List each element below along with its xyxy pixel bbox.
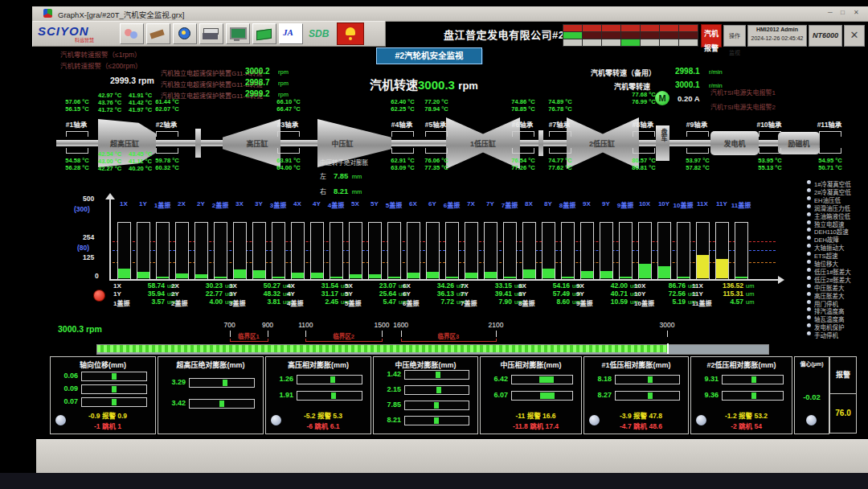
chart-bar-fill xyxy=(600,271,612,278)
chart-bar-outline xyxy=(503,222,517,280)
chart-bar-outline xyxy=(426,222,440,280)
chart-bar-fill xyxy=(157,277,169,279)
speed-tick-mark xyxy=(496,331,497,337)
panel-alarm-limits: -3.9 报警 47.8 xyxy=(600,410,682,420)
vib-table-value: 54.16 xyxy=(533,281,570,290)
critical-zone-line xyxy=(230,341,268,342)
bearing-temp-bottom: 77.26 °C xyxy=(505,164,542,171)
bearing-label: #3轴承 xyxy=(268,119,307,129)
panel-title: 轴向位移(mm) xyxy=(51,360,155,370)
panel-row-value: 0.06 xyxy=(52,372,78,380)
vib-table-value: 23.07 xyxy=(359,281,396,290)
chart-ytick: (300) xyxy=(74,205,90,213)
panel-row-value: 0.07 xyxy=(52,397,78,405)
vib-table-value: 5.47 xyxy=(359,298,396,306)
speed-tick-mark xyxy=(401,331,402,337)
panel-trip-limits: -1 跳机 1 xyxy=(67,421,149,430)
vib-table-unit: um xyxy=(746,290,754,298)
panel-alarm-limits: -0.9 报警 0.9 xyxy=(67,410,149,420)
bearing-temp-bottom: 77.35 °C xyxy=(418,164,455,171)
bearing-temp-top: 76.78 °C xyxy=(542,105,579,113)
chart-bar-fill xyxy=(234,269,246,278)
bearing-label: #10轴承 xyxy=(750,119,788,129)
panel-row-marker xyxy=(434,402,439,409)
chart-bar-fill xyxy=(350,274,362,278)
bearing-bracket-bottom xyxy=(633,148,655,154)
vib-table-value: 40.71 xyxy=(591,290,628,298)
vib-table-value: 7.90 xyxy=(475,298,512,306)
critical-zone-tick xyxy=(305,339,306,342)
alarm-indicator-lamp xyxy=(807,188,811,192)
critical-zone-label: 临界区2 xyxy=(328,331,360,340)
chart-bar-fill xyxy=(215,277,227,279)
panel-row-marker xyxy=(434,417,439,424)
speed-tick-label: 2100 xyxy=(485,321,507,329)
bearing-temp-bottom: 76.06 °C xyxy=(418,157,455,164)
vib-status-lamp xyxy=(93,290,105,302)
panel-trip-limits: -4.7 跳机 48.6 xyxy=(600,421,682,430)
panel-row-value: 1.42 xyxy=(375,370,401,378)
vib-table-value: 50.27 xyxy=(244,281,280,290)
g11-unit: rpm xyxy=(278,80,289,87)
chart-bar-fill xyxy=(407,273,420,278)
chart-bar-outline xyxy=(445,222,459,280)
bearing-bracket-top xyxy=(66,131,88,137)
chart-bar-fill xyxy=(427,272,439,278)
chart-bar-label: 11盖振 xyxy=(724,200,758,209)
expansion-panel: 中压绝对膨胀(mm)1.422.157.858.21 xyxy=(373,356,478,434)
chart-bar-outline xyxy=(214,222,227,280)
speed-tick-mark xyxy=(667,331,668,337)
bearing-temp-bottom: 64.00 °C xyxy=(270,164,307,171)
speed-tick-label: 3000 xyxy=(656,321,678,329)
bearing-bracket-bottom xyxy=(759,148,781,154)
bearing-temp-top: 77.20 °C xyxy=(418,98,455,105)
panel-row-marker xyxy=(751,376,756,383)
alarm-indicator-lamp xyxy=(807,292,811,296)
bearing-temp-bottom: 77.62 °C xyxy=(542,164,579,171)
chart-bar-outline xyxy=(407,222,420,280)
panel-trip-limits: -2 跳机 54 xyxy=(707,421,785,430)
alarm-indicator-lamp xyxy=(807,276,811,280)
speed-tick-label: 900 xyxy=(256,321,279,329)
panel-row-value: 3.42 xyxy=(160,399,186,407)
speed-tick-mark xyxy=(268,331,268,337)
chart-bar-fill xyxy=(292,273,304,278)
bearing-temp-bottom: 60.32 °C xyxy=(149,164,186,171)
bearing-temp-bottom: 53.97 °C xyxy=(679,157,716,164)
panel-row-marker xyxy=(219,401,224,407)
bearing-bracket-top xyxy=(633,131,655,137)
alarm-indicator-lamp xyxy=(807,260,811,264)
bearing-temp-top: 62.07 °C xyxy=(149,105,186,113)
bearing-temp-top: 78.94 °C xyxy=(418,105,455,113)
chart-ytick: (80) xyxy=(77,244,89,252)
bearing-temp-bottom: 63.91 °C xyxy=(270,157,307,164)
alarm-indicator-lamp xyxy=(807,196,811,200)
vhp-temp-bottom: 40.20 °C xyxy=(129,165,152,172)
panel-row-value: 8.18 xyxy=(586,375,612,383)
vib-table-value: 31.17 xyxy=(301,290,338,298)
g11-unit: rpm xyxy=(278,68,289,76)
bearing-temp-top: 62.25 °C xyxy=(384,105,421,113)
chart-bar-fill xyxy=(137,272,149,278)
bearing-label: #9轴承 xyxy=(678,119,716,129)
panel-row-value: 1.91 xyxy=(268,391,293,399)
os-taskbar[interactable] xyxy=(0,473,868,489)
panel-status-lamp xyxy=(806,415,817,425)
chart-bar-fill xyxy=(735,277,747,279)
panel-title: #2低压相对膨胀(mm) xyxy=(691,360,792,370)
panel-status-lamp xyxy=(589,415,600,425)
bearing-bracket-top xyxy=(277,131,300,137)
bearing-temp-top: 61.44 °C xyxy=(149,98,186,105)
panel-row-bar xyxy=(297,391,362,401)
bearing-label: #2轴承 xyxy=(147,119,186,129)
eccentricity-alarm-label: 报警 xyxy=(829,356,857,394)
bearing-label: #1轴承 xyxy=(57,119,96,129)
chart-bar-fill xyxy=(311,273,323,278)
bearing-bracket-top xyxy=(819,131,841,137)
panel-title: 中压相对膨胀(mm) xyxy=(481,360,581,370)
critical-zone-tick xyxy=(382,339,383,342)
bearing-bracket-bottom xyxy=(425,148,448,154)
alarm-list-item[interactable]: 手动停机 xyxy=(814,331,838,339)
speed-bar-max-tick xyxy=(667,343,669,354)
bearing-bracket-top xyxy=(759,131,781,137)
